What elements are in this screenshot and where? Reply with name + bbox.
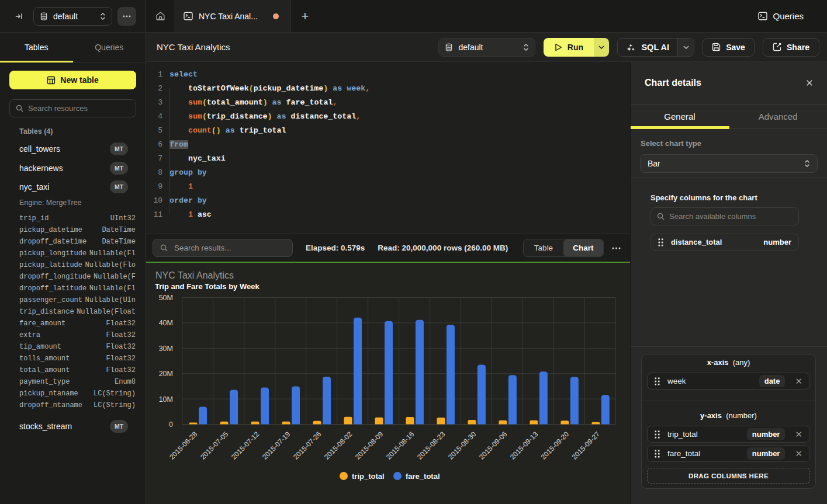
svg-text:2015-09-27: 2015-09-27 [570,430,602,461]
svg-text:2015-08-02: 2015-08-02 [323,430,354,461]
svg-text:2015-07-19: 2015-07-19 [261,430,292,461]
svg-text:2015-08-23: 2015-08-23 [416,430,447,461]
svg-text:2015-07-05: 2015-07-05 [199,430,230,461]
svg-text:2015-08-16: 2015-08-16 [385,430,416,461]
svg-text:2015-09-06: 2015-09-06 [477,430,509,461]
svg-text:2015-07-26: 2015-07-26 [292,430,323,461]
svg-text:2015-08-30: 2015-08-30 [447,430,478,461]
svg-text:NYC Taxi Analytics: NYC Taxi Analytics [155,270,234,280]
svg-text:20M: 20M [159,370,173,378]
svg-text:40M: 40M [159,319,173,327]
svg-text:fare_total: fare_total [406,472,440,481]
svg-text:50M: 50M [159,294,173,302]
svg-text:Trip and Fare Totals by Week: Trip and Fare Totals by Week [155,282,259,291]
svg-text:2015-08-09: 2015-08-09 [354,430,385,461]
svg-text:30M: 30M [159,345,173,353]
svg-text:10M: 10M [159,395,173,404]
svg-text:2015-09-20: 2015-09-20 [539,430,571,461]
svg-text:0: 0 [169,420,173,429]
svg-text:2015-06-28: 2015-06-28 [168,430,199,461]
svg-text:2015-09-13: 2015-09-13 [508,430,540,461]
svg-text:trip_total: trip_total [352,472,385,481]
svg-text:2015-07-12: 2015-07-12 [230,430,261,461]
